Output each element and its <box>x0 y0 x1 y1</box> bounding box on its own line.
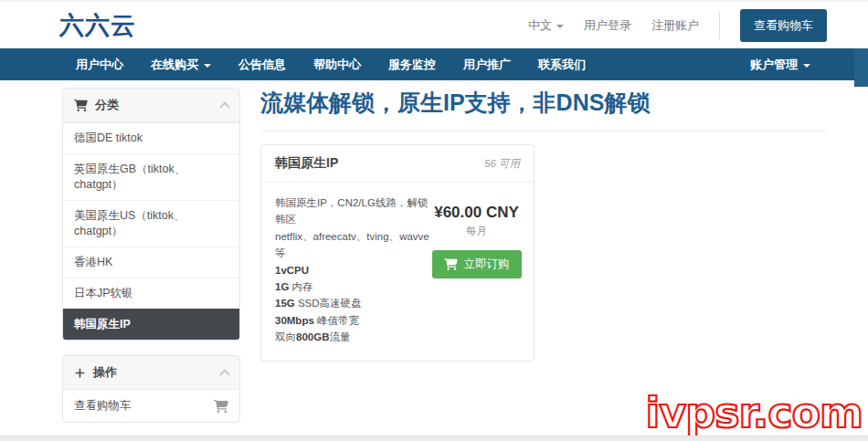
nav-item-account[interactable]: 账户管理 <box>736 57 824 73</box>
page-title: 流媒体解锁，原生IP支持，非DNS解锁 <box>260 88 827 131</box>
spec-line: 韩国原生IP，CN2/LG线路，解锁韩区 <box>275 194 430 228</box>
watermark-text: ivpsr.com <box>646 392 863 434</box>
navbar-items: 用户中心 在线购买 公告信息 帮助中心 服务监控 用户推广 联系我们 <box>62 48 599 80</box>
view-cart-button[interactable]: 查看购物车 <box>740 9 827 42</box>
sidebar-view-cart-item[interactable]: 查看购物车 <box>63 390 239 422</box>
language-dropdown[interactable]: 中文 <box>528 17 564 34</box>
sidebar-item-hk[interactable]: 香港HK <box>63 247 239 278</box>
billing-cycle: 每月 <box>430 225 523 238</box>
language-label: 中文 <box>528 17 552 34</box>
nav-item-service-status[interactable]: 服务监控 <box>375 48 450 80</box>
sidebar-item-de-tiktok[interactable]: 德国DE tiktok <box>63 122 239 153</box>
categories-panel-title: 分类 <box>95 97 119 113</box>
nav-item-order-online[interactable]: 在线购买 <box>137 48 225 80</box>
caret-down-icon <box>204 64 211 68</box>
spec-line: 1G 内存 <box>275 278 430 295</box>
view-cart-label: 查看购物车 <box>74 398 132 414</box>
product-card-body: 韩国原生IP，CN2/LG线路，解锁韩区 netflix、afreecatv、t… <box>261 183 534 361</box>
spec-line: 双向800GB流量 <box>275 329 430 345</box>
caret-down-icon <box>803 64 810 68</box>
plus-icon <box>74 367 86 379</box>
nav-item-contact-us[interactable]: 联系我们 <box>524 48 599 80</box>
footer-edge-strip <box>0 436 868 441</box>
sidebar-item-us-native[interactable]: 美国原生US（tiktok、chatgpt） <box>63 200 239 247</box>
actions-panel-header[interactable]: 操作 <box>63 356 239 390</box>
chevron-up-icon[interactable] <box>219 101 229 111</box>
nav-item-announcements[interactable]: 公告信息 <box>225 48 300 80</box>
login-link[interactable]: 用户登录 <box>584 17 631 34</box>
categories-panel: 分类 德国DE tiktok 英国原生GB（tiktok、chatgpt） 美国… <box>62 88 240 341</box>
nav-item-affiliates[interactable]: 用户推广 <box>450 48 524 80</box>
header-divider <box>719 12 720 39</box>
order-now-label: 立即订购 <box>464 257 510 272</box>
categories-panel-header[interactable]: 分类 <box>63 89 239 122</box>
sidebar-item-gb-native[interactable]: 英国原生GB（tiktok、chatgpt） <box>63 153 239 200</box>
register-link[interactable]: 注册账户 <box>651 17 699 34</box>
header-links: 中文 用户登录 注册账户 查看购物车 <box>528 2 827 48</box>
main-navbar: 用户中心 在线购买 公告信息 帮助中心 服务监控 用户推广 联系我们 账户管理 <box>0 48 868 80</box>
product-card-header: 韩国原生IP 56 可用 <box>261 145 534 183</box>
site-logo[interactable]: 六六云 <box>59 9 136 42</box>
navbar-right-edge <box>854 48 868 87</box>
product-description: 韩国原生IP，CN2/LG线路，解锁韩区 netflix、afreecatv、t… <box>275 194 430 346</box>
cart-icon <box>444 258 458 270</box>
product-name: 韩国原生IP <box>275 155 338 172</box>
nav-item-user-center[interactable]: 用户中心 <box>62 48 137 80</box>
product-price: ¥60.00 CNY <box>430 204 523 222</box>
nav-item-help-center[interactable]: 帮助中心 <box>300 48 375 80</box>
availability-badge: 56 可用 <box>484 157 520 171</box>
spec-line: netflix、afreecatv、tving、wavve等 <box>275 228 430 262</box>
sidebar-item-jp-softbank[interactable]: 日本JP软银 <box>63 278 239 309</box>
cart-icon <box>214 400 228 413</box>
spec-line: 15G SSD高速硬盘 <box>275 295 430 311</box>
actions-panel: 操作 查看购物车 <box>62 355 240 423</box>
caret-down-icon <box>556 25 564 28</box>
site-header: 六六云 中文 用户登录 注册账户 查看购物车 <box>0 2 868 48</box>
nav-account-area: 账户管理 <box>736 48 824 80</box>
spec-line: 30Mbps 峰值带宽 <box>275 312 430 329</box>
cart-icon <box>74 100 88 111</box>
product-card: 韩国原生IP 56 可用 韩国原生IP，CN2/LG线路，解锁韩区 netfli… <box>260 144 535 362</box>
sidebar: 分类 德国DE tiktok 英国原生GB（tiktok、chatgpt） 美国… <box>62 88 240 437</box>
price-column: ¥60.00 CNY 每月 立即订购 <box>430 194 523 346</box>
spec-line: 1vCPU <box>275 262 430 278</box>
order-now-button[interactable]: 立即订购 <box>432 250 522 278</box>
chevron-up-icon[interactable] <box>219 369 229 379</box>
actions-panel-title: 操作 <box>93 364 117 381</box>
main-content: 流媒体解锁，原生IP支持，非DNS解锁 韩国原生IP 56 可用 韩国原生IP，… <box>260 88 827 362</box>
sidebar-item-kr-native-active[interactable]: 韩国原生IP <box>63 309 239 340</box>
